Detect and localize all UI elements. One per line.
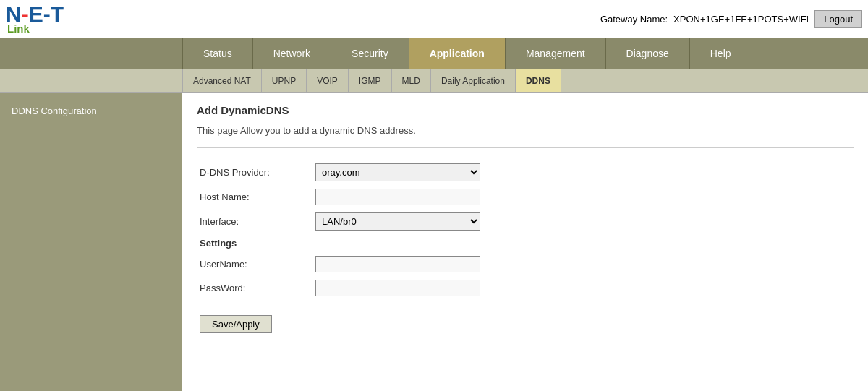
subnav-ddns[interactable]: DDNS xyxy=(516,69,561,92)
interface-field-cell: LAN/br0 WAN WAN2 xyxy=(312,209,854,234)
nav-item-help[interactable]: Help xyxy=(690,38,752,69)
username-input[interactable] xyxy=(315,256,480,272)
provider-row: D-DNS Provider: oray.com dyndns.org no-i… xyxy=(197,160,854,185)
page-title: Add DynamicDNS xyxy=(197,104,854,116)
username-label: UserName: xyxy=(197,252,312,276)
interface-row: Interface: LAN/br0 WAN WAN2 xyxy=(197,209,854,234)
provider-select[interactable]: oray.com dyndns.org no-ip.com 3322.org xyxy=(315,163,480,181)
hostname-input[interactable] xyxy=(315,189,480,205)
logout-button[interactable]: Logout xyxy=(814,10,862,28)
save-apply-button[interactable]: Save/Apply xyxy=(200,315,272,333)
nav-item-status[interactable]: Status xyxy=(182,38,253,69)
sidebar: DDNS Configuration xyxy=(0,93,182,391)
password-field-cell xyxy=(312,276,854,300)
nav-item-security[interactable]: Security xyxy=(331,38,409,69)
settings-section-label: Settings xyxy=(197,234,854,252)
gateway-info: Gateway Name: XPON+1GE+1FE+1POTS+WIFI Lo… xyxy=(600,10,862,28)
username-field-cell xyxy=(312,252,854,276)
nav-item-management[interactable]: Management xyxy=(506,38,606,69)
subnav-advanced-nat[interactable]: Advanced NAT xyxy=(182,69,262,92)
interface-select[interactable]: LAN/br0 WAN WAN2 xyxy=(315,212,480,231)
header: N-E-T Link Gateway Name: XPON+1GE+1FE+1P… xyxy=(0,0,868,38)
logo: N-E-T Link xyxy=(6,4,64,35)
subnav-igmp[interactable]: IGMP xyxy=(349,69,392,92)
password-input[interactable] xyxy=(315,280,480,296)
page-description: This page Allow you to add a dynamic DNS… xyxy=(197,125,854,136)
sidebar-item-ddns-config[interactable]: DDNS Configuration xyxy=(6,101,176,121)
save-row: Save/Apply xyxy=(197,300,854,337)
nav-item-application[interactable]: Application xyxy=(409,38,506,69)
main-content: Add DynamicDNS This page Allow you to ad… xyxy=(182,93,868,391)
subnav-mld[interactable]: MLD xyxy=(392,69,431,92)
nav-item-network[interactable]: Network xyxy=(253,38,331,69)
save-cell: Save/Apply xyxy=(197,300,854,337)
subnav-daily-application[interactable]: Daily Application xyxy=(431,69,516,92)
username-row: UserName: xyxy=(197,252,854,276)
password-row: PassWord: xyxy=(197,276,854,300)
nav-item-diagnose[interactable]: Diagnose xyxy=(606,38,690,69)
settings-header-row: Settings xyxy=(197,234,854,252)
interface-label: Interface: xyxy=(197,209,312,234)
form-table: D-DNS Provider: oray.com dyndns.org no-i… xyxy=(197,160,854,337)
divider xyxy=(197,147,854,148)
subnav-upnp[interactable]: UPNP xyxy=(262,69,307,92)
nav-bar: Status Network Security Application Mana… xyxy=(0,38,868,69)
provider-field-cell: oray.com dyndns.org no-ip.com 3322.org xyxy=(312,160,854,185)
hostname-field-cell xyxy=(312,185,854,209)
password-label: PassWord: xyxy=(197,276,312,300)
gateway-label: Gateway Name: xyxy=(600,14,668,25)
gateway-name: XPON+1GE+1FE+1POTS+WIFI xyxy=(673,14,809,25)
sub-nav: Advanced NAT UPNP VOIP IGMP MLD Daily Ap… xyxy=(0,69,868,93)
hostname-label: Host Name: xyxy=(197,185,312,209)
layout: DDNS Configuration Add DynamicDNS This p… xyxy=(0,93,868,391)
subnav-voip[interactable]: VOIP xyxy=(307,69,349,92)
logo-link-text: Link xyxy=(6,22,30,35)
hostname-row: Host Name: xyxy=(197,185,854,209)
provider-label: D-DNS Provider: xyxy=(197,160,312,185)
